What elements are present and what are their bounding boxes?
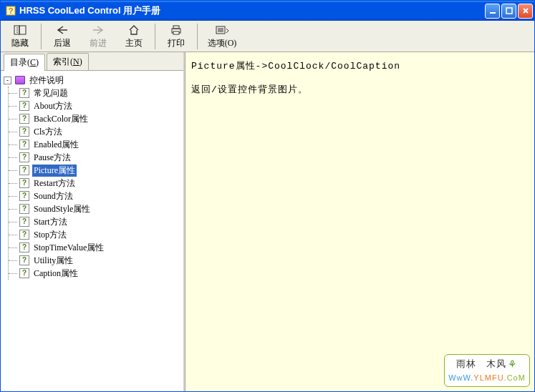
window-title: HRSS CoolLed Control 用户手册	[19, 4, 160, 17]
tree-view[interactable]: - 控件说明 ?常见问题?About方法?BackColor属性?Cls方法?E…	[1, 71, 183, 391]
tree-item[interactable]: ?StopTimeValue属性	[9, 241, 182, 254]
question-icon: ?	[19, 230, 30, 240]
forward-icon	[91, 24, 105, 36]
tree-item[interactable]: ?Caption属性	[9, 267, 182, 280]
options-icon	[215, 24, 229, 36]
tree-item-label: Utility属性	[32, 255, 74, 267]
back-button[interactable]: 后退	[46, 22, 79, 51]
svg-rect-7	[173, 26, 179, 29]
tree-item[interactable]: ?Enabled属性	[9, 138, 182, 151]
tab-index[interactable]: 索引(N)	[47, 53, 89, 70]
tree-item[interactable]: ?Utility属性	[9, 254, 182, 267]
options-button[interactable]: 选项(O)	[202, 22, 242, 51]
watermark: 雨林 木风⚘ WwW.YLMFU.CoM	[444, 354, 530, 387]
question-icon: ?	[19, 101, 30, 111]
question-icon: ?	[19, 191, 30, 201]
content-title: Picture属性->CoolClock/CoolCaption	[191, 59, 529, 74]
tree-item[interactable]: ?About方法	[9, 99, 182, 112]
tree-item[interactable]: ?常见问题	[9, 87, 182, 99]
question-icon: ?	[19, 178, 30, 188]
forward-button[interactable]: 前进	[82, 22, 115, 51]
svg-rect-3	[506, 8, 512, 14]
tree-item-label: Picture属性	[32, 165, 77, 177]
tree-item-label: Sound方法	[32, 190, 74, 202]
print-icon	[169, 24, 183, 36]
question-icon: ?	[19, 165, 30, 175]
collapse-icon[interactable]: -	[4, 77, 11, 84]
home-button[interactable]: 主页	[117, 22, 150, 51]
tree-item-label: Cls方法	[32, 126, 64, 138]
svg-text:?: ?	[9, 6, 14, 15]
navigation-pane: 目录(C) 索引(N) - 控件说明 ?常见问题?About方法?BackCol…	[1, 52, 185, 391]
question-icon: ?	[19, 114, 30, 124]
tree-item[interactable]: ?Sound方法	[9, 190, 182, 202]
minimize-button[interactable]	[485, 4, 500, 19]
content-pane: Picture属性->CoolClock/CoolCaption 返回/设置控件…	[185, 52, 534, 391]
print-button[interactable]: 打印	[160, 22, 193, 51]
tree-item-label: StopTimeValue属性	[32, 242, 105, 254]
question-icon: ?	[19, 268, 30, 278]
question-icon: ?	[19, 139, 30, 150]
tree-item[interactable]: ?Cls方法	[9, 125, 182, 138]
tree-root[interactable]: - 控件说明	[2, 74, 182, 87]
tree-item-label: Stop方法	[32, 229, 68, 241]
hide-icon	[13, 24, 27, 36]
titlebar: ? HRSS CoolLed Control 用户手册	[1, 1, 534, 21]
book-open-icon	[14, 75, 26, 85]
app-icon: ?	[5, 5, 16, 16]
tree-item[interactable]: ?Stop方法	[9, 228, 182, 241]
svg-rect-2	[490, 12, 496, 14]
tree-item-label: Start方法	[32, 216, 69, 228]
tree-item[interactable]: ?BackColor属性	[9, 112, 182, 125]
question-icon: ?	[19, 242, 30, 253]
tab-contents[interactable]: 目录(C)	[4, 54, 45, 71]
tree-item[interactable]: ?SoundStyle属性	[9, 202, 182, 215]
tree-item[interactable]: ?Start方法	[9, 215, 182, 228]
tree-item-label: Enabled属性	[32, 139, 80, 151]
tree-item[interactable]: ?Picture属性	[9, 164, 182, 177]
question-icon: ?	[19, 255, 30, 265]
tree-item-label: About方法	[32, 100, 74, 112]
back-icon	[55, 24, 69, 36]
maximize-button[interactable]	[501, 4, 516, 19]
hide-button[interactable]: 隐藏	[4, 22, 37, 51]
question-icon: ?	[19, 88, 30, 98]
tree-item[interactable]: ?Pause方法	[9, 151, 182, 164]
tree-item-label: Pause方法	[32, 152, 72, 164]
question-icon: ?	[19, 217, 30, 227]
question-icon: ?	[19, 152, 30, 162]
content-body: 返回/设置控件背景图片。	[191, 83, 529, 98]
home-icon	[127, 24, 141, 36]
tree-item-label: BackColor属性	[32, 113, 90, 125]
question-icon: ?	[19, 127, 30, 137]
tree-item-label: 常见问题	[32, 87, 69, 99]
toolbar: 隐藏 后退 前进 主页 打印 选项(O)	[1, 21, 534, 52]
close-button[interactable]	[518, 4, 533, 19]
tree-item-label: Caption属性	[32, 268, 79, 280]
svg-rect-8	[173, 31, 179, 34]
leaf-icon: ⚘	[508, 356, 518, 372]
tree-item[interactable]: ?Restart方法	[9, 177, 182, 190]
tree-item-label: SoundStyle属性	[32, 203, 92, 215]
svg-rect-5	[19, 26, 26, 34]
question-icon: ?	[19, 204, 30, 214]
tree-item-label: Restart方法	[32, 177, 77, 190]
